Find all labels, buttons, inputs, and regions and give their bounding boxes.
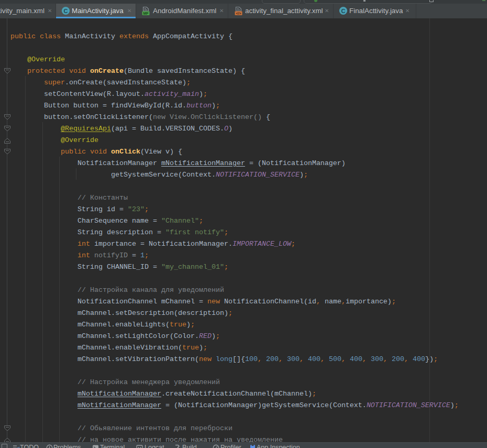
svg-text:C: C — [64, 8, 68, 14]
svg-text:</>: </> — [236, 12, 241, 15]
svg-text:MF: MF — [143, 12, 149, 15]
svg-text:C: C — [341, 8, 346, 14]
